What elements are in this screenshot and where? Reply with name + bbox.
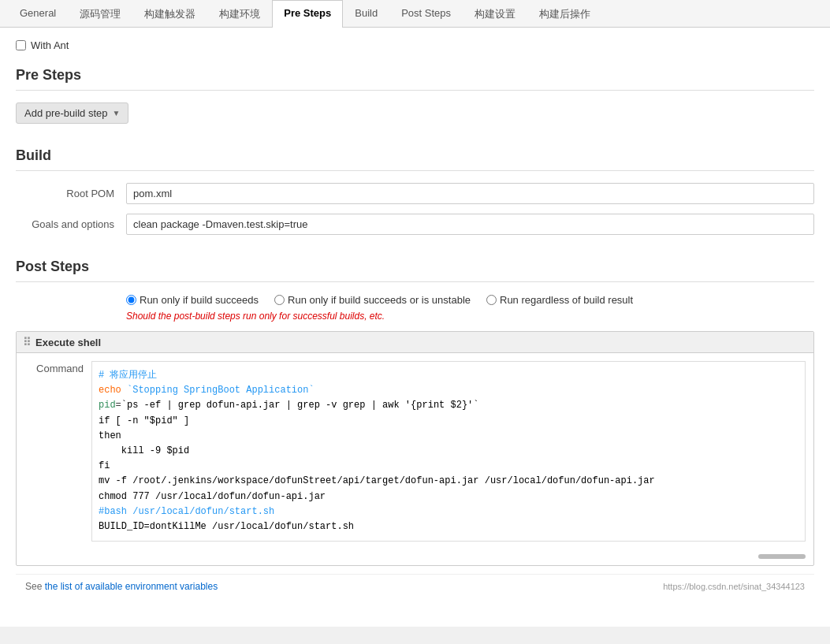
radio-regardless-label: Run regardless of build result — [500, 294, 633, 306]
code-line-1: # 将应用停止 — [99, 368, 798, 383]
post-steps-title: Post Steps — [16, 259, 814, 282]
code-line-7: fi — [99, 459, 798, 474]
scroll-hint — [17, 549, 813, 565]
radio-succeeds-label: Run only if build succeeds — [140, 294, 259, 306]
goals-input[interactable] — [126, 214, 814, 235]
root-pom-row: Root POM — [16, 183, 814, 204]
radio-unstable-label: Run only if build succeeds or is unstabl… — [288, 294, 471, 306]
footer-row: See the list of available environment va… — [16, 574, 814, 598]
pre-steps-title: Pre Steps — [16, 67, 814, 91]
post-steps-section: Post Steps Run only if build succeeds Ru… — [16, 259, 814, 598]
tab-pre-steps[interactable]: Pre Steps — [272, 0, 343, 28]
scrollbar-thumb[interactable] — [758, 554, 806, 559]
dropdown-arrow-icon: ▼ — [113, 109, 121, 117]
footer-text: See the list of available environment va… — [25, 581, 218, 592]
execute-shell-title: Execute shell — [35, 337, 101, 348]
command-textarea[interactable]: # 将应用停止 echo `Stopping SpringBoot Applic… — [91, 361, 806, 542]
radio-label-3[interactable]: Run regardless of build result — [486, 294, 633, 306]
tab-post-steps[interactable]: Post Steps — [389, 0, 463, 28]
radio-regardless[interactable] — [486, 295, 497, 305]
post-steps-hint: Should the post-build steps run only for… — [126, 311, 814, 322]
see-text: See — [25, 581, 45, 592]
with-ant-checkbox[interactable] — [16, 40, 26, 50]
tab-post-build[interactable]: 构建后操作 — [527, 0, 602, 28]
code-line-2: echo `Stopping SpringBoot Application` — [99, 383, 798, 398]
drag-handle-icon: ⠿ — [23, 336, 31, 348]
code-line-10: #bash /usr/local/dofun/start.sh — [99, 504, 798, 519]
goals-label: Goals and options — [16, 218, 126, 230]
radio-label-1[interactable]: Run only if build succeeds — [126, 294, 259, 306]
shell-body: Command # 将应用停止 echo `Stopping SpringBoo… — [17, 353, 813, 549]
root-pom-input[interactable] — [126, 183, 814, 204]
tab-source-mgmt[interactable]: 源码管理 — [68, 0, 132, 28]
radio-label-2[interactable]: Run only if build succeeds or is unstabl… — [274, 294, 471, 306]
with-ant-label: With Ant — [31, 39, 69, 51]
footer-url: https://blog.csdn.net/sinat_34344123 — [663, 582, 805, 591]
code-line-3: pid=`ps -ef | grep dofun-api.jar | grep … — [99, 398, 798, 413]
execute-shell-block: ⠿ Execute shell Command # 将应用停止 echo `St… — [16, 331, 814, 566]
tab-general[interactable]: General — [8, 0, 68, 28]
tab-build-settings[interactable]: 构建设置 — [463, 0, 527, 28]
code-line-9: chmod 777 /usr/local/dofun/dofun-api.jar — [99, 490, 798, 504]
code-line-8: mv -f /root/.jenkins/workspace/dofunStre… — [99, 474, 798, 489]
env-vars-link[interactable]: the list of available environment variab… — [45, 581, 218, 592]
pre-steps-section: Pre Steps Add pre-build step ▼ — [16, 67, 814, 124]
command-label: Command — [24, 361, 84, 542]
code-line-6: kill -9 $pid — [99, 444, 798, 459]
code-line-5: then — [99, 429, 798, 444]
root-pom-label: Root POM — [16, 188, 126, 199]
post-steps-radio-group: Run only if build succeeds Run only if b… — [126, 294, 814, 306]
build-section: Build Root POM Goals and options — [16, 147, 814, 235]
code-line-11: BUILD_ID=dontKillMe /usr/local/dofun/sta… — [99, 519, 798, 534]
add-pre-build-step-button[interactable]: Add pre-build step ▼ — [16, 102, 128, 124]
tab-build-triggers[interactable]: 构建触发器 — [132, 0, 207, 28]
add-pre-build-step-label: Add pre-build step — [24, 107, 108, 119]
tab-build[interactable]: Build — [343, 0, 389, 28]
radio-unstable[interactable] — [274, 295, 285, 305]
radio-succeeds[interactable] — [126, 295, 136, 305]
goals-row: Goals and options — [16, 214, 814, 235]
tab-build-env[interactable]: 构建环境 — [207, 0, 272, 28]
build-title: Build — [16, 147, 814, 171]
execute-shell-header: ⠿ Execute shell — [17, 332, 813, 353]
code-line-4: if [ -n "$pid" ] — [99, 414, 798, 429]
with-ant-row: With Ant — [16, 39, 814, 51]
tab-bar: General 源码管理 构建触发器 构建环境 Pre Steps Build … — [0, 0, 830, 28]
main-content: With Ant Pre Steps Add pre-build step ▼ … — [0, 28, 830, 627]
